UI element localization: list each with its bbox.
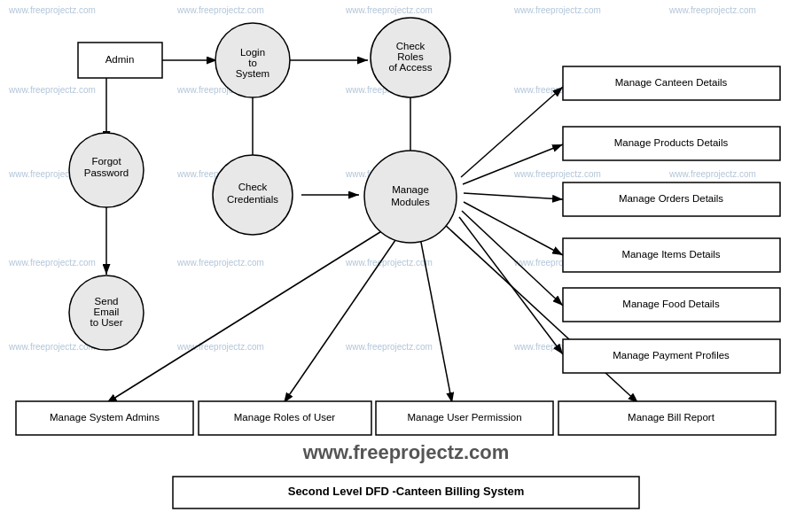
manage-products-label: Manage Products Details — [614, 137, 729, 148]
watermark-t4: www.freeprojectz.com — [513, 5, 601, 15]
watermark-c3: www.freeprojectz.com — [345, 342, 433, 352]
watermark-t2: www.freeprojectz.com — [176, 5, 264, 15]
check-roles-label3: of Access — [388, 62, 432, 73]
watermark-b1: www.freeprojectz.com — [8, 258, 96, 268]
manage-payment-label: Manage Payment Profiles — [613, 350, 730, 361]
watermark-b2: www.freeprojectz.com — [176, 258, 264, 268]
forgot-label1: Forgot — [91, 156, 121, 167]
manage-roles-label: Manage Roles of User — [234, 412, 336, 423]
watermark-r1: www.freeprojectz.com — [8, 85, 96, 95]
manage-bill-label: Manage Bill Report — [628, 412, 715, 423]
watermark-m4: www.freeprojectz.com — [513, 169, 601, 179]
manage-orders-label: Manage Orders Details — [619, 193, 723, 204]
send-email-label2: Email — [94, 307, 120, 317]
manage-userperm-label: Manage User Permission — [407, 412, 521, 423]
check-cred-label2: Credentials — [227, 194, 278, 205]
arrow-mm-userperm — [418, 229, 452, 403]
arrow-mm-sysadmin — [106, 226, 390, 403]
login-label: Login — [240, 47, 265, 58]
forgot-label2: Password — [84, 167, 129, 178]
arrow-mm-orders — [464, 193, 563, 199]
send-email-label1: Send — [95, 296, 119, 307]
check-cred-label1: Check — [238, 182, 268, 192]
watermark-tl: www.freeprojectz.com — [8, 5, 96, 15]
watermark-c1: www.freeprojectz.com — [8, 342, 96, 352]
arrow-mm-canteen — [461, 87, 563, 177]
login-label3: System — [236, 68, 269, 79]
check-roles-label1: Check — [396, 41, 426, 51]
check-roles-label2: Roles — [397, 51, 424, 62]
admin-label: Admin — [105, 54, 135, 65]
diagram-container: www.freeprojectz.com www.freeprojectz.co… — [0, 0, 812, 520]
send-email-label3: to User — [90, 317, 122, 328]
manage-modules-label1: Manage — [392, 184, 429, 195]
manage-sysadmin-label: Manage System Admins — [50, 412, 160, 423]
watermark-t3: www.freeprojectz.com — [345, 5, 433, 15]
arrow-mm-items — [464, 202, 563, 255]
watermark-c2: www.freeprojectz.com — [176, 342, 264, 352]
login-label2: to — [248, 58, 257, 68]
manage-food-label: Manage Food Details — [622, 299, 720, 309]
website-url: www.freeprojectz.com — [302, 441, 510, 463]
manage-modules-label2: Modules — [391, 197, 430, 207]
manage-items-label: Manage Items Details — [621, 249, 720, 260]
watermark-m5: www.freeprojectz.com — [668, 169, 756, 179]
watermark-b3: www.freeprojectz.com — [345, 258, 433, 268]
manage-canteen-label: Manage Canteen Details — [615, 77, 728, 88]
watermark-t5: www.freeprojectz.com — [668, 5, 756, 15]
diagram-title: Second Level DFD -Canteen Billing System — [288, 485, 525, 498]
